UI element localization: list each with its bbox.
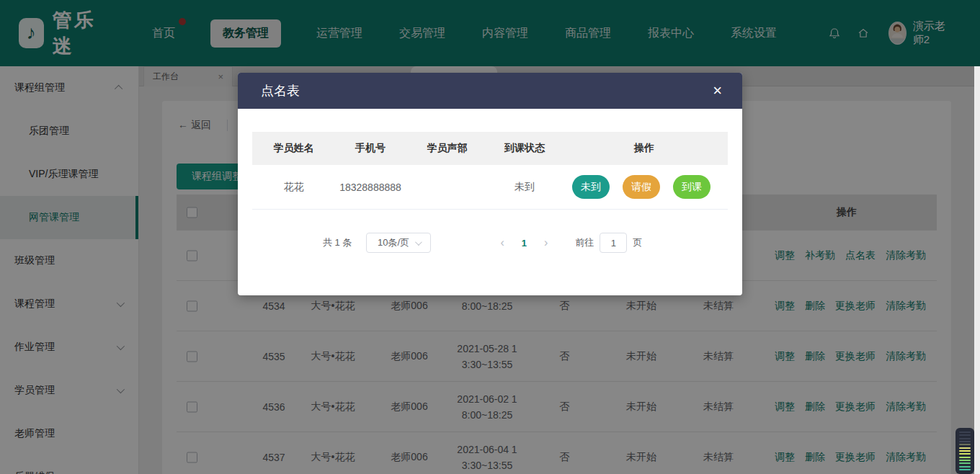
roll-call-modal: 点名表 × 学员姓名 手机号 学员声部 到课状态 操作 花花 183288888… — [238, 73, 742, 295]
pagination: 共 1 条 10条/页 ‹ 1 › 前往 页 — [252, 233, 728, 253]
page-size-select[interactable]: 10条/页 — [366, 233, 431, 253]
vertical-scrollbar[interactable] — [974, 66, 980, 474]
next-page-icon[interactable]: › — [544, 236, 548, 249]
student-phone: 18328888888 — [335, 182, 406, 193]
goto-label: 前往 — [575, 236, 594, 249]
attend-button[interactable]: 到课 — [673, 175, 710, 199]
leave-button[interactable]: 请假 — [623, 175, 660, 199]
roll-call-table: 学员姓名 手机号 学员声部 到课状态 操作 花花 18328888888 未到 … — [252, 132, 728, 210]
total-count: 共 1 条 — [323, 236, 352, 249]
mini-equalizer-widget[interactable] — [956, 428, 974, 474]
current-page[interactable]: 1 — [522, 238, 527, 249]
modal-header: 点名表 × — [238, 73, 742, 109]
close-icon[interactable]: × — [713, 83, 722, 99]
student-row: 花花 18328888888 未到 未到 请假 到课 — [252, 165, 728, 210]
col-attend-status: 到课状态 — [489, 142, 561, 155]
student-attend-status: 未到 — [489, 181, 561, 194]
col-student-name: 学员姓名 — [252, 142, 335, 155]
goto-page-input[interactable] — [600, 233, 627, 253]
prev-page-icon[interactable]: ‹ — [500, 236, 504, 249]
modal-title: 点名表 — [261, 82, 300, 99]
col-phone: 手机号 — [335, 142, 406, 155]
absent-button[interactable]: 未到 — [572, 175, 610, 199]
chevron-down-icon — [415, 238, 422, 246]
roll-call-table-header: 学员姓名 手机号 学员声部 到课状态 操作 — [252, 132, 728, 165]
page-unit-label: 页 — [633, 236, 642, 249]
col-voice-part: 学员声部 — [406, 142, 489, 155]
col-operation: 操作 — [561, 142, 728, 155]
student-name: 花花 — [252, 181, 335, 194]
